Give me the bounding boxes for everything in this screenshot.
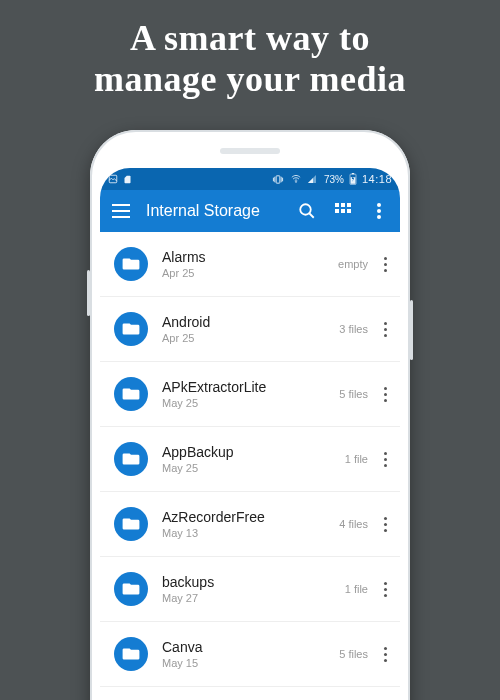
folder-count: 1 file	[345, 453, 368, 465]
battery-icon	[349, 173, 357, 185]
menu-button[interactable]	[110, 200, 132, 222]
phone-screen: 73% 14:18 Internal Storage AlarmsAp	[100, 168, 400, 700]
svg-rect-13	[347, 203, 351, 207]
list-item-main: CanvaMay 15	[162, 639, 339, 669]
svg-point-17	[377, 203, 381, 207]
list-item-main: AndroidApr 25	[162, 314, 339, 344]
promo-line1: A smart way to	[130, 18, 370, 58]
folder-icon	[114, 507, 148, 541]
search-button[interactable]	[296, 200, 318, 222]
screenshot-icon	[108, 174, 118, 184]
folder-count: 1 file	[345, 583, 368, 595]
list-item-main: AlarmsApr 25	[162, 249, 338, 279]
svg-point-2	[296, 182, 297, 183]
vibrate-icon	[271, 174, 285, 185]
list-item[interactable]: AzRecorderFreeMay 134 files	[100, 492, 400, 557]
promo-headline: A smart way to manage your media	[0, 0, 500, 111]
list-item-main: APkExtractorLiteMay 25	[162, 379, 339, 409]
folder-count: 5 files	[339, 648, 368, 660]
app-bar: Internal Storage	[100, 190, 400, 232]
folder-date: May 27	[162, 592, 345, 604]
svg-point-9	[300, 204, 311, 215]
svg-rect-4	[352, 173, 354, 174]
phone-speaker	[220, 148, 280, 154]
svg-rect-16	[347, 209, 351, 213]
list-item[interactable]: CanvaMay 155 files	[100, 622, 400, 687]
svg-point-18	[377, 209, 381, 213]
status-bar: 73% 14:18	[100, 168, 400, 190]
list-item-main: AzRecorderFreeMay 13	[162, 509, 339, 539]
folder-name: Alarms	[162, 249, 338, 265]
folder-date: Apr 25	[162, 267, 338, 279]
folder-name: Android	[162, 314, 339, 330]
folder-count: empty	[338, 258, 368, 270]
wifi-icon	[290, 174, 302, 184]
folder-name: Canva	[162, 639, 339, 655]
item-overflow-button[interactable]	[376, 638, 394, 670]
folder-name: AzRecorderFree	[162, 509, 339, 525]
list-item-main: AppBackupMay 25	[162, 444, 345, 474]
svg-rect-11	[335, 203, 339, 207]
overflow-button[interactable]	[368, 200, 390, 222]
folder-count: 4 files	[339, 518, 368, 530]
list-item-main: backupsMay 27	[162, 574, 345, 604]
item-overflow-button[interactable]	[376, 443, 394, 475]
folder-name: backups	[162, 574, 345, 590]
folder-icon	[114, 312, 148, 346]
folder-name: AppBackup	[162, 444, 345, 460]
clock-text: 14:18	[362, 173, 392, 185]
svg-rect-7	[112, 210, 130, 212]
svg-rect-12	[341, 203, 345, 207]
sd-card-icon	[123, 174, 132, 185]
list-item[interactable]: AppBackupMay 251 file	[100, 427, 400, 492]
folder-icon	[114, 377, 148, 411]
folder-list[interactable]: AlarmsApr 25emptyAndroidApr 253 filesAPk…	[100, 232, 400, 700]
svg-rect-14	[335, 209, 339, 213]
svg-rect-1	[276, 175, 280, 182]
folder-date: Apr 25	[162, 332, 339, 344]
folder-date: May 25	[162, 397, 339, 409]
svg-rect-8	[112, 216, 130, 218]
svg-point-19	[377, 215, 381, 219]
signal-icon	[307, 174, 317, 184]
view-grid-button[interactable]	[332, 200, 354, 222]
folder-name: APkExtractorLite	[162, 379, 339, 395]
folder-icon	[114, 637, 148, 671]
folder-count: 5 files	[339, 388, 368, 400]
folder-icon	[114, 442, 148, 476]
battery-percent: 73%	[324, 174, 344, 185]
folder-date: May 13	[162, 527, 339, 539]
svg-rect-15	[341, 209, 345, 213]
list-item[interactable]: AndroidApr 253 files	[100, 297, 400, 362]
folder-date: May 25	[162, 462, 345, 474]
item-overflow-button[interactable]	[376, 248, 394, 280]
folder-icon	[114, 247, 148, 281]
item-overflow-button[interactable]	[376, 378, 394, 410]
phone-frame: 73% 14:18 Internal Storage AlarmsAp	[90, 130, 410, 700]
folder-count: 3 files	[339, 323, 368, 335]
list-item[interactable]: AlarmsApr 25empty	[100, 232, 400, 297]
promo-line2: manage your media	[94, 59, 406, 99]
item-overflow-button[interactable]	[376, 508, 394, 540]
svg-line-10	[309, 213, 314, 218]
list-item[interactable]: backupsMay 271 file	[100, 557, 400, 622]
list-item[interactable]: APkExtractorLiteMay 255 files	[100, 362, 400, 427]
page-title: Internal Storage	[146, 202, 260, 220]
svg-rect-6	[112, 204, 130, 206]
item-overflow-button[interactable]	[376, 313, 394, 345]
item-overflow-button[interactable]	[376, 573, 394, 605]
folder-date: May 15	[162, 657, 339, 669]
folder-icon	[114, 572, 148, 606]
